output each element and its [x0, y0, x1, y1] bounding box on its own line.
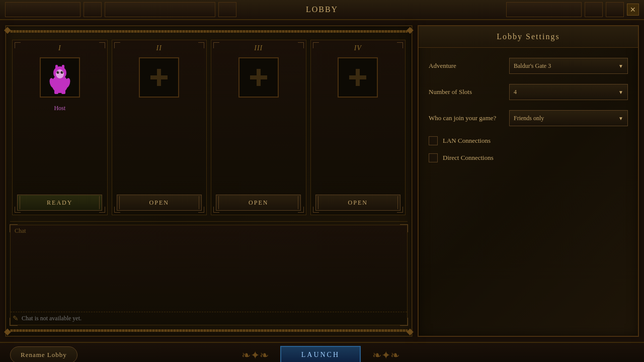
- slot1-character-svg: [42, 60, 77, 95]
- slot3-corner-tr: [298, 42, 304, 48]
- svg-rect-19: [250, 75, 267, 79]
- rename-lobby-button[interactable]: Rename Lobby: [10, 346, 77, 362]
- svg-point-6: [56, 71, 59, 74]
- slot4-button[interactable]: OPEN: [315, 195, 400, 211]
- slots-value: 4: [514, 88, 517, 96]
- svg-rect-4: [62, 65, 64, 71]
- lan-row: LAN Connections: [429, 136, 628, 145]
- svg-text:❧✦❧: ❧✦❧: [242, 349, 269, 361]
- bottom-center: ❧✦❧ LAUNCH ❧✦❧: [230, 345, 411, 362]
- slot2-button[interactable]: OPEN: [117, 195, 202, 211]
- slot4-number: IV: [354, 44, 362, 52]
- bottom-bar: Rename Lobby ❧✦❧ LAUNCH ❧✦❧: [0, 342, 644, 362]
- player-slot-3: III OPEN: [211, 40, 306, 215]
- left-panel: ◆ ◆ ◆ ◆ I: [5, 25, 413, 337]
- corner-tr: ◆: [401, 24, 414, 36]
- adventure-dropdown[interactable]: Baldur's Gate 3 ▼: [509, 58, 628, 74]
- top-segment-6: [585, 2, 603, 17]
- chat-input[interactable]: [22, 315, 405, 322]
- slot2-empty-svg: [141, 60, 177, 95]
- slot3-button[interactable]: OPEN: [216, 195, 301, 211]
- svg-text:❧✦❧: ❧✦❧: [372, 349, 399, 361]
- svg-rect-12: [54, 90, 58, 94]
- slot4-corner-tr: [397, 42, 403, 48]
- svg-point-9: [62, 71, 63, 72]
- adventure-label: Adventure: [429, 62, 509, 70]
- settings-title-bar: Lobby Settings: [419, 26, 638, 48]
- right-panel: Lobby Settings Adventure Baldur's Gate 3…: [418, 25, 639, 337]
- launch-button[interactable]: LAUNCH: [280, 346, 361, 362]
- corner-bl: ◆: [4, 326, 16, 338]
- adventure-row: Adventure Baldur's Gate 3 ▼: [429, 58, 628, 74]
- lan-checkbox[interactable]: [429, 136, 438, 145]
- slot3-corner-tl: [213, 42, 219, 48]
- slots-dropdown-arrow: ▼: [618, 89, 623, 95]
- slot1-button[interactable]: READY: [17, 195, 102, 211]
- chat-corner-br: [400, 318, 408, 326]
- bottom-ornament-left: ❧✦❧: [230, 345, 280, 362]
- slot4-empty-svg: [340, 60, 375, 95]
- close-button[interactable]: ✕: [627, 4, 639, 16]
- slot4-corner-tl: [313, 42, 319, 48]
- svg-point-7: [60, 71, 63, 74]
- chat-corner-tr: [400, 224, 408, 232]
- svg-rect-3: [55, 65, 58, 71]
- top-segment-1: [5, 2, 80, 17]
- player-slot-1: I: [12, 40, 108, 215]
- divider: [10, 221, 408, 222]
- slot1-corner-tr: [99, 42, 105, 48]
- svg-point-5: [56, 69, 64, 78]
- settings-title: Lobby Settings: [497, 32, 559, 41]
- svg-rect-22: [349, 75, 366, 79]
- adventure-value: Baldur's Gate 3: [514, 62, 551, 70]
- chat-input-row[interactable]: ✎: [11, 312, 407, 325]
- lan-label: LAN Connections: [443, 137, 491, 145]
- wavy-bottom: [10, 329, 408, 332]
- corner-tl: ◆: [4, 24, 16, 36]
- slot2-number: II: [156, 44, 162, 52]
- chat-messages: [11, 237, 407, 312]
- top-bar: Lobby ✕: [0, 0, 644, 20]
- slot2-avatar: [139, 57, 179, 98]
- join-dropdown-arrow: ▼: [618, 116, 623, 121]
- svg-rect-16: [150, 75, 168, 79]
- join-label: Who can join your game?: [429, 114, 509, 122]
- join-value: Friends only: [514, 115, 544, 122]
- direct-row: Direct Connections: [429, 153, 628, 162]
- slot3-number: III: [254, 44, 263, 52]
- slot2-corner-tr: [198, 42, 204, 48]
- settings-content: Adventure Baldur's Gate 3 ▼ Number of Sl…: [419, 48, 638, 336]
- player-slot-4: IV OPEN: [310, 40, 406, 215]
- lobby-title: Lobby: [306, 5, 338, 14]
- player-slots: I: [10, 35, 408, 220]
- wavy-top: [10, 30, 408, 33]
- slots-label: Number of Slots: [429, 88, 509, 96]
- slot2-corner-tl: [114, 42, 120, 48]
- chat-corner-tl: [10, 224, 18, 232]
- chat-corner-bl: [10, 318, 18, 326]
- slot3-empty-svg: [241, 60, 276, 95]
- direct-checkbox[interactable]: [429, 153, 438, 162]
- svg-point-8: [58, 71, 59, 72]
- slots-row: Number of Slots 4 ▼: [429, 84, 628, 100]
- slot1-number: I: [58, 44, 61, 52]
- slot4-avatar: [338, 57, 378, 98]
- top-segment-3: [105, 2, 215, 17]
- top-segment-4: [218, 2, 236, 17]
- chat-area: Chat ✎: [10, 225, 408, 325]
- slots-dropdown[interactable]: 4 ▼: [509, 84, 628, 100]
- slot1-name: Host: [54, 105, 65, 112]
- slot3-avatar: [238, 57, 279, 98]
- adventure-dropdown-arrow: ▼: [618, 63, 623, 69]
- top-segment-7: [606, 2, 624, 17]
- player-slot-2: II OPEN: [112, 40, 207, 215]
- top-segment-5: [506, 2, 582, 17]
- bottom-ornament-right: ❧✦❧: [361, 345, 411, 362]
- corner-br: ◆: [401, 326, 414, 338]
- slot1-avatar: [40, 57, 80, 98]
- slot1-corner-tl: [15, 42, 21, 48]
- join-row: Who can join your game? Friends only ▼: [429, 110, 628, 126]
- main-content: ◆ ◆ ◆ ◆ I: [0, 20, 644, 342]
- join-dropdown[interactable]: Friends only ▼: [509, 110, 628, 126]
- svg-rect-13: [61, 90, 65, 94]
